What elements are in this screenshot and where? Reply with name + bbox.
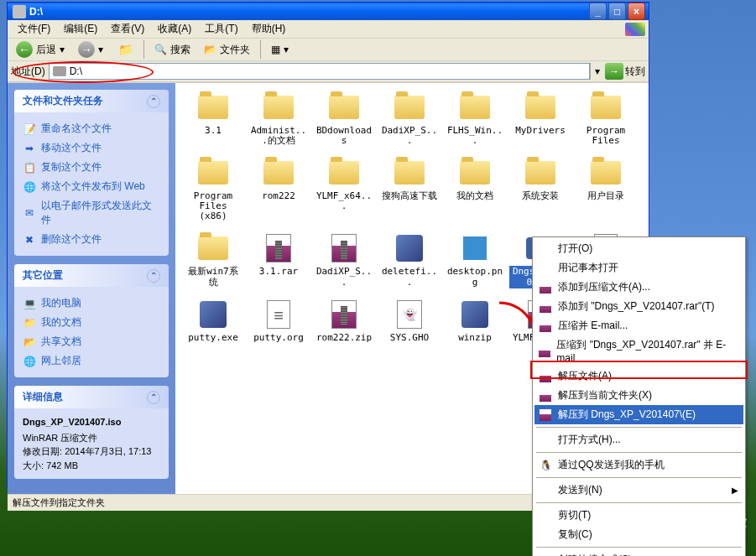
context-menu-item[interactable]: 剪切(T) (534, 506, 743, 525)
file-label: rom222.zip (315, 332, 373, 344)
place-link[interactable]: 📂共享文档 (23, 332, 160, 351)
search-button[interactable]: 🔍 搜索 (149, 40, 196, 60)
context-menu-item[interactable]: 打开(O) (534, 239, 743, 258)
file-item[interactable]: FLHS_Win... (444, 90, 506, 148)
file-label: BDdownloads (313, 125, 375, 147)
minimize-button[interactable]: _ (589, 3, 607, 20)
file-item[interactable]: 系统安装 (509, 155, 571, 224)
context-menu-item[interactable]: 解压文件(A)... (534, 366, 743, 386)
file-item[interactable]: rom222 (248, 155, 310, 224)
file-item[interactable]: YLMF_x64... (313, 155, 375, 224)
menu-tools[interactable]: 工具(T) (198, 20, 244, 38)
file-label: putty.org (252, 332, 305, 344)
windows-flag-icon (625, 23, 645, 36)
file-item[interactable]: 用户目录 (575, 155, 637, 224)
file-item[interactable]: 搜狗高速下载 (378, 155, 441, 224)
context-menu-item[interactable]: 压缩并 E-mail... (534, 316, 743, 335)
up-folder-icon: 📁 (117, 41, 133, 58)
task-link[interactable]: 🌐将这个文件发布到 Web (23, 177, 160, 196)
views-button[interactable]: ▦ ▾ (266, 41, 294, 58)
menu-edit[interactable]: 编辑(E) (57, 20, 104, 38)
file-item[interactable]: 我的文档 (444, 155, 506, 224)
file-item[interactable]: Program Files (575, 90, 637, 148)
file-item[interactable]: winzip (444, 297, 506, 356)
folders-button[interactable]: 📂 文件夹 (199, 40, 255, 60)
place-link[interactable]: 🌐网上邻居 (23, 351, 160, 371)
file-item[interactable]: 最新win7系统 (182, 231, 244, 289)
task-link[interactable]: ➡移动这个文件 (23, 138, 160, 158)
maximize-button[interactable]: □ (608, 3, 626, 20)
menu-favorites[interactable]: 收藏(A) (151, 20, 198, 38)
context-menu-item[interactable]: 添加到压缩文件(A)... (534, 278, 743, 297)
rar-icon (327, 232, 361, 264)
folder-icon (393, 157, 426, 189)
menu-view[interactable]: 查看(V) (104, 20, 151, 38)
file-item[interactable]: putty.org (248, 297, 310, 356)
file-label: desktop.png (444, 266, 506, 288)
collapse-icon: ⌃ (147, 269, 160, 283)
close-button[interactable]: × (628, 3, 645, 20)
task-icon: ✖ (23, 233, 36, 247)
file-label: Program Files (x86) (184, 190, 242, 222)
file-item[interactable]: MyDrivers (509, 90, 571, 148)
address-dropdown[interactable]: ▾ (590, 63, 603, 80)
file-item[interactable]: SYS.GHO (378, 297, 441, 356)
file-item[interactable]: 3.1.rar (248, 231, 310, 289)
context-menu-item[interactable]: 压缩到 "Dngs_XP_V201407.rar" 并 E-mail (534, 335, 743, 366)
context-menu-item[interactable]: 发送到(N)▶ (534, 481, 743, 500)
file-item[interactable]: Administ...的文档 (248, 90, 310, 148)
ctx-icon (538, 300, 553, 314)
context-menu-item[interactable]: 解压到当前文件夹(X) (534, 386, 743, 405)
file-item[interactable]: putty.exe (182, 297, 244, 356)
place-link[interactable]: 💻我的电脑 (23, 294, 160, 313)
menu-file[interactable]: 文件(F) (11, 20, 57, 38)
context-menu-item[interactable]: 🐧通过QQ发送到我的手机 (534, 455, 743, 475)
address-input[interactable]: D:\ (49, 63, 590, 80)
go-button[interactable]: → (605, 63, 623, 80)
file-label: 搜狗高速下载 (380, 190, 439, 202)
context-menu-item[interactable]: 用记事本打开 (534, 258, 743, 278)
rar-icon (262, 232, 295, 264)
place-link[interactable]: 📁我的文档 (23, 313, 160, 332)
context-menu-item[interactable]: 解压到 Dngs_XP_V201407\(E) (534, 405, 743, 424)
context-menu-item[interactable]: 复制(C) (534, 525, 743, 544)
folder-icon (589, 91, 623, 123)
menu-help[interactable]: 帮助(H) (245, 20, 293, 38)
task-link[interactable]: ✖删除这个文件 (23, 230, 160, 249)
file-label: SYS.GHO (388, 332, 430, 344)
file-label: 我的文档 (455, 190, 495, 202)
file-label: 系统安装 (520, 190, 560, 202)
places-header[interactable]: 其它位置 ⌃ (14, 264, 169, 287)
file-item[interactable]: desktop.png (444, 231, 506, 289)
folder-icon: 📂 (204, 44, 216, 55)
back-button[interactable]: ← 后退 ▾ (11, 39, 70, 60)
collapse-icon: ⌃ (147, 95, 160, 108)
file-item[interactable]: DadiXP_S... (313, 231, 375, 289)
file-item[interactable]: rom222.zip (313, 297, 375, 356)
folder-icon (524, 91, 557, 123)
gho-icon (393, 299, 426, 330)
file-item[interactable]: deletefi... (378, 231, 441, 289)
file-label: deletefi... (378, 266, 441, 288)
task-link[interactable]: 📝重命名这个文件 (23, 119, 160, 138)
file-item[interactable]: DadiXP_S... (378, 90, 441, 148)
window-title: D:\ (29, 6, 589, 18)
ctx-icon: 🐧 (538, 459, 553, 472)
details-header[interactable]: 详细信息 ⌃ (14, 386, 169, 408)
file-item[interactable]: BDdownloads (313, 90, 375, 148)
file-item[interactable]: 3.1 (182, 90, 244, 148)
forward-button[interactable]: → ▾ (73, 39, 108, 60)
task-link[interactable]: 📋复制这个文件 (23, 158, 160, 177)
task-link[interactable]: ✉以电子邮件形式发送此文件 (23, 196, 160, 230)
folder-icon (589, 157, 623, 189)
address-label: 地址(D) (11, 65, 45, 79)
ctx-icon (538, 370, 553, 383)
titlebar[interactable]: D:\ _ □ × (8, 3, 649, 20)
file-item[interactable]: Program Files (x86) (182, 155, 244, 224)
up-button[interactable]: 📁 (112, 39, 138, 60)
context-menu-item[interactable]: 创建快捷方式(S) (534, 550, 743, 556)
context-menu-item[interactable]: 打开方式(H)... (534, 430, 743, 449)
place-icon: 🌐 (23, 355, 36, 368)
tasks-header[interactable]: 文件和文件夹任务 ⌃ (14, 90, 169, 112)
context-menu-item[interactable]: 添加到 "Dngs_XP_V201407.rar"(T) (534, 297, 743, 316)
